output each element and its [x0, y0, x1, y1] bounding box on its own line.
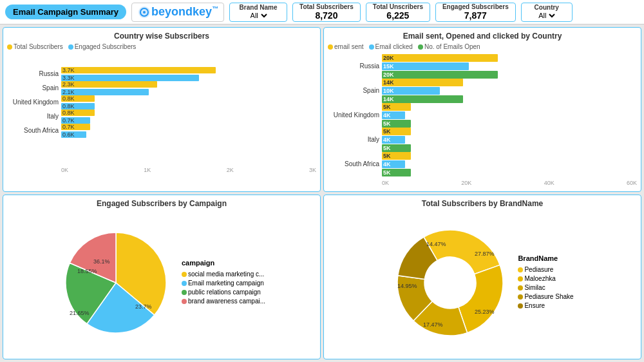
opened-bar-val: 14K [383, 96, 394, 102]
donut-legend-item-4: Ensure [518, 302, 573, 309]
opened-bar-val: 5K [383, 169, 391, 176]
bar-group: 2.3K 2.1K [61, 81, 316, 95]
donut-chart-panel: Total Subscribers by BrandName 27.87% 25… [323, 195, 641, 359]
total-bar-val: 3.7K [62, 67, 75, 73]
legend-label-sent: email sent [334, 43, 364, 50]
donut-legend: BrandName PediasureMaloezhkaSimilacPedia… [518, 254, 573, 311]
brand-name-label: Brand Name [240, 4, 278, 11]
donut-legend-dot-2 [518, 285, 523, 291]
donut-legend-label-3: Pediasure Shake [524, 293, 573, 300]
total-bar-val: 0.7K [62, 124, 75, 130]
legend-emails-open: No. of Emails Open [418, 43, 480, 50]
bars-group: 5K 4K 5K [382, 128, 637, 152]
engaged-bar: 2.1K [61, 89, 149, 95]
donut-legend-dot-0 [518, 267, 523, 272]
email-x-axis: 0K20K40K60K [328, 180, 637, 186]
pie-legend-dot-1 [182, 281, 187, 286]
sent-bar-val: 5K [383, 153, 391, 159]
total-bar-container: 0.8K [61, 110, 316, 116]
email-grouped-label: United Kingdom [328, 111, 379, 119]
donut-legend-item-2: Similac [518, 284, 573, 291]
bar-group: 0.8K 0.8K [61, 95, 316, 110]
legend-email-clicked: Email clicked [369, 43, 413, 50]
country-bar-row: Spain 2.3K 2.1K [7, 81, 316, 95]
total-bar-container: 3.7K [61, 67, 316, 73]
email-grouped-chart: Russia 20K 15K 20K Spain 14K 10K 14K [328, 53, 637, 187]
bar-label: Italy [7, 113, 59, 120]
country-bar-row: United Kingdom 0.8K 0.8K [7, 95, 316, 110]
pie-legend-label-3: brand awareness campai... [188, 298, 265, 305]
engaged-bar: 0.8K [61, 103, 95, 110]
donut-legend-title: BrandName [518, 254, 573, 262]
engaged-bar-val: 2.1K [62, 89, 75, 95]
legend-label-engaged: Engaged Subscribers [75, 43, 137, 50]
donut-label-1: 27.87% [475, 251, 495, 257]
legend-email-sent: email sent [328, 43, 364, 50]
pie-legend-dot-0 [182, 272, 187, 277]
legend-engaged-subscribers: Engaged Subscribers [68, 43, 137, 50]
donut-legend-dot-4 [518, 303, 523, 309]
legend-label-total: Total Subscribers [14, 43, 63, 50]
main-content: Country wise Subscribers Total Subscribe… [0, 24, 644, 362]
pie-label-3: 21.65% [70, 310, 90, 316]
logo-icon [137, 5, 151, 19]
country-select[interactable]: All [536, 11, 557, 20]
legend-total-subscribers: Total Subscribers [7, 43, 63, 50]
clicked-bar: 4K [382, 160, 405, 168]
brand-name-select[interactable]: All [248, 11, 269, 20]
donut-chart-title: Total Subscribers by BrandName [328, 199, 637, 208]
total-bar-val: 0.8K [62, 110, 75, 116]
engaged-bar-val: 0.7K [62, 117, 75, 124]
total-bar: 0.7K [61, 124, 90, 130]
clicked-bar-val: 4K [383, 112, 391, 119]
bar-label: South Africa [7, 127, 59, 134]
pie-area: 36.1% 23.7% 21.65% 18.55% campaign socia… [7, 211, 316, 355]
email-bar-row: Italy 5K 4K 5K [328, 128, 637, 152]
pie-legend-item-2: public relations campaign [182, 289, 265, 296]
engaged-bar-container: 0.6K [61, 131, 316, 138]
clicked-bar: 15K [382, 62, 469, 70]
email-grouped-label: Russia [328, 62, 379, 70]
engaged-bar-container: 2.1K [61, 89, 316, 95]
total-bar-val: 0.8K [62, 95, 75, 102]
opened-bar: 20K [382, 71, 498, 79]
email-grouped-label: Spain [328, 87, 379, 94]
dashboard: Email Campaign Summary beyondkey™ Brand … [0, 0, 644, 362]
logo-text: beyondkey™ [151, 5, 218, 19]
total-unsubscribers-box: Total Unscribers 6,225 [366, 3, 430, 22]
pie-svg: 36.1% 23.7% 21.65% 18.55% [58, 225, 174, 341]
donut-legend-dot-3 [518, 294, 523, 300]
pie-legend-item-1: Email marketing campaign [182, 280, 265, 287]
donut-svg: 27.87% 25.23% 17.47% 14.95% 14.47% [391, 224, 510, 343]
country-bar-row: South Africa 0.7K 0.6K [7, 124, 316, 138]
sent-bar-val: 5K [383, 128, 391, 135]
clicked-bar: 4K [382, 111, 405, 119]
pie-legend: campaign social media marketing c...Emai… [182, 259, 265, 307]
total-bar-val: 2.3K [62, 81, 75, 88]
clicked-bar-val: 15K [383, 63, 394, 70]
clicked-bar-val: 4K [383, 137, 391, 143]
engaged-bar: 0.6K [61, 131, 86, 138]
total-bar-container: 0.8K [61, 95, 316, 102]
sent-bar: 20K [382, 54, 498, 62]
pie-label-4: 18.55% [77, 268, 97, 274]
legend-dot-open [418, 44, 423, 50]
engaged-subscribers-box: Engaged Subscribers 7,877 [435, 3, 516, 22]
donut-legend-item-3: Pediasure Shake [518, 293, 573, 300]
country-filter[interactable]: Country All [521, 3, 573, 22]
sent-bar: 5K [382, 103, 411, 111]
country-bar-row: Italy 0.8K 0.7K [7, 110, 316, 124]
pie-label-2: 23.7% [135, 303, 152, 310]
pie-legend-label-2: public relations campaign [188, 289, 261, 296]
logo-area: beyondkey™ [131, 3, 224, 22]
donut-legend-label-0: Pediasure [524, 266, 553, 273]
total-bar: 2.3K [61, 81, 157, 88]
brand-name-filter[interactable]: Brand Name All [229, 3, 287, 22]
left-column: Country wise Subscribers Total Subscribe… [3, 27, 321, 359]
donut-label-2: 25.23% [475, 309, 495, 315]
total-bar: 0.8K [61, 95, 95, 102]
email-grouped-label: Italy [328, 136, 379, 143]
total-bar-container: 0.7K [61, 124, 316, 130]
bars-group: 14K 10K 14K [382, 79, 637, 103]
opened-bar: 5K [382, 169, 411, 176]
